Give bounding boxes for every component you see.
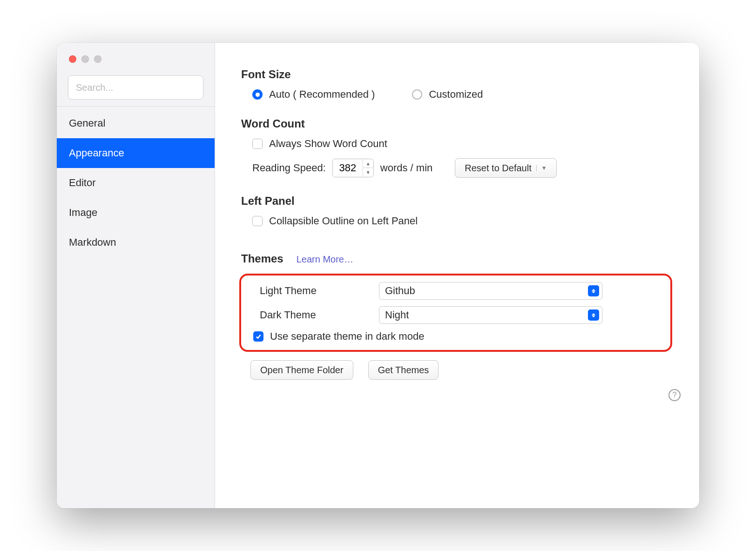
sidebar-item-label: Appearance [69, 147, 124, 159]
reading-speed-value[interactable] [333, 162, 363, 174]
dark-theme-select[interactable]: Night [379, 306, 602, 324]
checkbox-label: Always Show Word Count [269, 138, 387, 150]
themes-highlight-box: Light Theme Github Dark Theme Night Use … [239, 274, 672, 352]
sidebar-item-editor[interactable]: Editor [57, 168, 215, 198]
sidebar-nav: General Appearance Editor Image Markdown [57, 107, 215, 257]
light-theme-select[interactable]: Github [379, 282, 602, 300]
updown-icon [588, 285, 599, 296]
sidebar-item-appearance[interactable]: Appearance [57, 138, 215, 168]
checkbox-label: Collapsible Outline on Left Panel [269, 215, 418, 227]
sidebar-item-label: Markdown [69, 236, 116, 249]
checkbox-icon [252, 216, 263, 226]
font-size-customized-option[interactable]: Customized [412, 88, 483, 101]
titlebar [57, 43, 215, 75]
collapsible-outline-option[interactable]: Collapsible Outline on Left Panel [241, 215, 672, 227]
sidebar-item-label: Image [69, 207, 97, 219]
preferences-window: General Appearance Editor Image Markdown… [57, 43, 699, 508]
reading-speed-unit: words / min [380, 162, 432, 174]
main-panel: Font Size Auto ( Recommended ) Customize… [215, 43, 699, 508]
reading-speed-stepper[interactable]: ▲ ▼ [332, 159, 374, 177]
checkbox-icon [253, 331, 263, 342]
section-title-left-panel: Left Panel [241, 195, 672, 208]
stepper-buttons: ▲ ▼ [363, 159, 373, 177]
checkbox-icon [252, 139, 263, 149]
light-theme-label: Light Theme [249, 285, 379, 297]
help-icon[interactable]: ? [668, 389, 681, 401]
open-theme-folder-button[interactable]: Open Theme Folder [250, 360, 353, 380]
sidebar-item-image[interactable]: Image [57, 198, 215, 228]
search-input[interactable] [68, 75, 203, 100]
select-value: Github [385, 285, 415, 297]
minimize-window-button[interactable] [81, 55, 89, 63]
font-size-auto-option[interactable]: Auto ( Recommended ) [252, 88, 375, 101]
stepper-down-icon[interactable]: ▼ [363, 168, 373, 177]
dark-theme-label: Dark Theme [249, 309, 379, 321]
select-value: Night [385, 309, 409, 321]
close-window-button[interactable] [69, 55, 76, 63]
reading-speed-label: Reading Speed: [252, 162, 326, 174]
radio-icon [252, 89, 263, 100]
radio-label: Auto ( Recommended ) [269, 88, 375, 101]
stepper-up-icon[interactable]: ▲ [363, 159, 373, 168]
reset-to-default-button[interactable]: Reset to Default ▼ [455, 158, 556, 178]
always-show-word-count-option[interactable]: Always Show Word Count [241, 138, 672, 150]
chevron-down-icon: ▼ [536, 165, 547, 171]
get-themes-button[interactable]: Get Themes [368, 360, 439, 380]
reading-speed-row: Reading Speed: ▲ ▼ words / min Reset to … [241, 158, 672, 178]
sidebar: General Appearance Editor Image Markdown [57, 43, 215, 508]
section-title-themes: Themes [241, 252, 284, 265]
radio-icon [412, 89, 422, 100]
font-size-radio-group: Auto ( Recommended ) Customized [241, 88, 672, 101]
button-label: Reset to Default [465, 163, 531, 174]
section-title-font-size: Font Size [241, 68, 672, 81]
zoom-window-button[interactable] [94, 55, 101, 63]
learn-more-link[interactable]: Learn More… [297, 254, 353, 265]
sidebar-item-label: General [69, 117, 105, 129]
checkbox-label: Use separate theme in dark mode [270, 330, 424, 343]
button-label: Open Theme Folder [260, 365, 344, 376]
radio-label: Customized [429, 88, 483, 101]
sidebar-item-markdown[interactable]: Markdown [57, 228, 215, 257]
updown-icon [588, 309, 599, 321]
button-label: Get Themes [378, 365, 429, 376]
sidebar-item-label: Editor [69, 177, 95, 189]
separate-theme-option[interactable]: Use separate theme in dark mode [249, 330, 663, 343]
sidebar-item-general[interactable]: General [57, 108, 215, 138]
section-title-word-count: Word Count [241, 117, 672, 130]
